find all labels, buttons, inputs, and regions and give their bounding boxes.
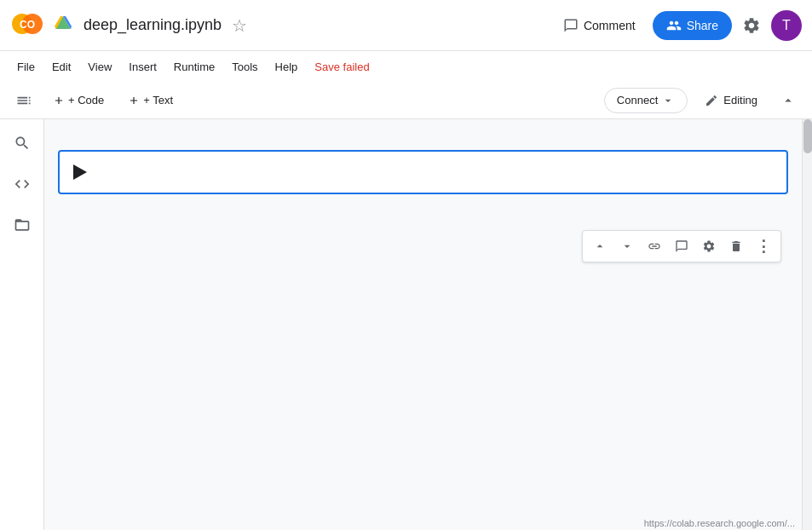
notebook-area: ⋮ — [44, 119, 802, 530]
cell-settings-button[interactable] — [697, 234, 721, 258]
menu-help[interactable]: Help — [268, 57, 305, 77]
header: CO deep_learning.ipynb ☆ Comment Share T — [0, 0, 812, 51]
connect-button[interactable]: Connect — [604, 88, 688, 113]
toc-icon — [15, 92, 32, 109]
avatar[interactable]: T — [771, 10, 802, 41]
notebook-title[interactable]: deep_learning.ipynb — [84, 16, 222, 34]
add-text-icon — [128, 95, 140, 107]
toc-button[interactable] — [10, 87, 37, 114]
toolbar: + Code + Text Connect Editing — [0, 82, 812, 119]
move-up-button[interactable] — [588, 234, 612, 258]
settings-icon — [742, 16, 761, 35]
menu-save-failed[interactable]: Save failed — [308, 57, 376, 77]
comment-cell-button[interactable] — [670, 234, 694, 258]
collapse-button[interactable] — [775, 87, 802, 114]
menu-edit[interactable]: Edit — [45, 57, 78, 77]
add-text-button[interactable]: + Text — [119, 90, 181, 110]
move-down-button[interactable] — [615, 234, 639, 258]
sidebar-files-icon[interactable] — [9, 211, 36, 239]
link-button[interactable] — [642, 234, 666, 258]
menu-insert[interactable]: Insert — [122, 57, 164, 77]
main-area: ⋮ — [0, 119, 812, 530]
editing-button[interactable]: Editing — [694, 89, 768, 112]
share-button[interactable]: Share — [653, 11, 732, 40]
comment-icon — [563, 18, 579, 33]
add-code-icon — [53, 95, 65, 107]
pencil-icon — [705, 94, 718, 107]
menu-file[interactable]: File — [10, 57, 42, 77]
menu-view[interactable]: View — [81, 57, 118, 77]
sidebar — [0, 119, 44, 530]
code-cell — [58, 150, 788, 194]
chevron-down-icon — [661, 94, 675, 107]
scrollbar[interactable] — [802, 119, 812, 530]
drive-icon — [55, 14, 72, 36]
add-code-button[interactable]: + Code — [44, 90, 112, 110]
more-options-button[interactable]: ⋮ — [752, 234, 775, 258]
share-icon — [666, 18, 682, 33]
star-icon[interactable]: ☆ — [232, 15, 247, 36]
cell-input[interactable] — [94, 152, 786, 186]
menu-runtime[interactable]: Runtime — [167, 57, 222, 77]
colab-logo[interactable]: CO — [10, 7, 44, 43]
chevron-up-icon — [780, 93, 796, 108]
settings-button[interactable] — [739, 13, 764, 38]
svg-text:CO: CO — [20, 19, 35, 31]
comment-button[interactable]: Comment — [553, 13, 646, 38]
delete-cell-button[interactable] — [724, 234, 748, 258]
run-button[interactable] — [63, 157, 94, 187]
sidebar-code-icon[interactable] — [9, 170, 36, 198]
cell-toolbar: ⋮ — [582, 230, 781, 262]
play-icon — [73, 164, 87, 180]
status-bar: https://colab.research.google.com/... — [641, 516, 798, 530]
sidebar-search-icon[interactable] — [9, 130, 36, 157]
menubar: File Edit View Insert Runtime Tools Help… — [0, 51, 812, 82]
menu-tools[interactable]: Tools — [225, 57, 264, 77]
